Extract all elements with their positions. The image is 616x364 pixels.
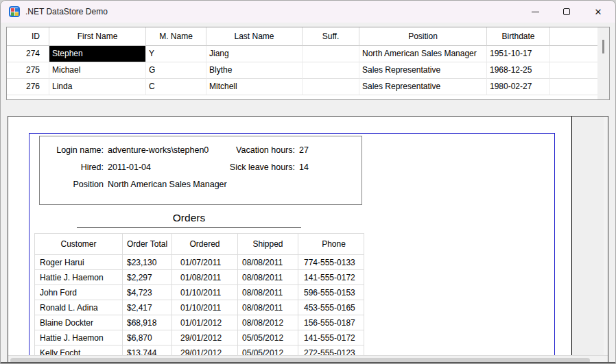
grid-row-filler bbox=[550, 62, 597, 79]
orders-cell: $6,870 bbox=[123, 330, 172, 345]
sick-leave-hours-label: Sick leave hours: bbox=[185, 162, 295, 173]
grid-column-header: ID bbox=[7, 27, 49, 46]
titlebar: .NET DataStore Demo ✕ bbox=[1, 1, 615, 23]
grid-cell-first[interactable]: Linda bbox=[49, 79, 146, 95]
app-icon bbox=[9, 6, 20, 17]
maximize-button[interactable] bbox=[551, 1, 582, 23]
orders-cell: $68,918 bbox=[123, 315, 172, 330]
orders-row: John Ford$4,72301/10/201108/08/2011596-5… bbox=[35, 285, 364, 300]
grid-cell-position[interactable]: Sales Representative bbox=[359, 79, 487, 95]
grid-column-header: Position bbox=[359, 27, 487, 46]
grid-cell-middle[interactable]: G bbox=[146, 62, 206, 79]
close-icon: ✕ bbox=[595, 8, 602, 16]
grid-cell-suffix[interactable] bbox=[303, 62, 359, 79]
orders-cell: Ronald L. Adina bbox=[35, 300, 123, 315]
orders-column-header: Shipped bbox=[238, 234, 298, 255]
grid-cell-suffix[interactable] bbox=[303, 79, 359, 95]
vacation-hours-value: 27 bbox=[299, 145, 309, 156]
orders-cell: 01/10/2011 bbox=[172, 285, 238, 300]
hired-value: 2011-01-04 bbox=[108, 162, 151, 173]
orders-cell: 08/08/2011 bbox=[238, 255, 298, 270]
grid-cell-last[interactable]: Blythe bbox=[206, 62, 303, 79]
orders-cell: 08/08/2011 bbox=[238, 270, 298, 285]
grid-cell-position[interactable]: North American Sales Manager bbox=[359, 46, 487, 62]
orders-row: Ronald L. Adina$2,41701/10/201108/08/201… bbox=[35, 300, 364, 315]
orders-cell: $23,130 bbox=[123, 255, 172, 270]
orders-header-row: CustomerOrder TotalOrderedShippedPhone bbox=[35, 234, 364, 255]
close-button[interactable]: ✕ bbox=[582, 1, 614, 23]
position-value: North American Sales Manager bbox=[108, 179, 227, 190]
orders-column-header: Ordered bbox=[172, 234, 238, 255]
hired-label: Hired: bbox=[40, 162, 104, 173]
grid-cell-id[interactable]: 274 bbox=[7, 46, 49, 62]
app-icon-square-green bbox=[11, 12, 14, 16]
grid-cell-first[interactable]: Michael bbox=[49, 62, 146, 79]
grid-header-row: IDFirst NameM. NameLast NameSuff.Positio… bbox=[7, 27, 597, 46]
report-viewer: Login name: adventure-works\stephen0 Vac… bbox=[8, 116, 608, 364]
orders-cell: $4,723 bbox=[123, 285, 172, 300]
orders-cell: 08/08/2011 bbox=[238, 285, 298, 300]
employee-grid-rows: IDFirst NameM. NameLast NameSuff.Positio… bbox=[7, 27, 597, 95]
window-controls: ✕ bbox=[519, 1, 614, 23]
grid-column-header: Birthdate bbox=[487, 27, 550, 46]
orders-cell: Roger Harui bbox=[35, 255, 123, 270]
employee-grid: IDFirst NameM. NameLast NameSuff.Positio… bbox=[6, 27, 610, 100]
orders-cell: 01/10/2011 bbox=[172, 300, 238, 315]
grid-scrollbar-thumb[interactable] bbox=[602, 40, 604, 53]
orders-cell: 141-555-0172 bbox=[298, 330, 364, 345]
app-icon-square-yellow bbox=[15, 12, 19, 16]
orders-cell: 05/05/2012 bbox=[238, 330, 298, 345]
grid-cell-position[interactable]: Sales Representative bbox=[359, 62, 487, 79]
grid-vertical-scrollbar[interactable] bbox=[597, 27, 609, 99]
orders-row: Hattie J. Haemon$2,29701/08/201108/08/20… bbox=[35, 270, 364, 285]
grid-row-filler bbox=[550, 46, 597, 62]
grid-row-274[interactable]: 274StephenYJiangNorth American Sales Man… bbox=[7, 46, 597, 62]
minimize-icon bbox=[532, 12, 539, 12]
orders-cell: John Ford bbox=[35, 285, 123, 300]
orders-cell: 596-555-0153 bbox=[298, 285, 364, 300]
orders-cell: 141-555-0172 bbox=[298, 270, 364, 285]
app-window: .NET DataStore Demo ✕ IDFirst NameM. Nam… bbox=[0, 0, 616, 364]
orders-cell: 01/01/2012 bbox=[172, 315, 238, 330]
orders-column-header: Phone bbox=[298, 234, 364, 255]
grid-row-275[interactable]: 275MichaelGBlytheSales Representative196… bbox=[7, 62, 597, 79]
grid-cell-middle[interactable]: Y bbox=[146, 46, 206, 62]
grid-cell-middle[interactable]: C bbox=[146, 79, 206, 95]
maximize-icon bbox=[563, 8, 570, 15]
grid-cell-birthdate[interactable]: 1951-10-17 bbox=[487, 46, 550, 62]
grid-header-filler bbox=[550, 27, 597, 46]
login-name-label: Login name: bbox=[40, 145, 104, 156]
orders-column-header: Customer bbox=[35, 234, 123, 255]
grid-cell-last[interactable]: Mitchell bbox=[206, 79, 303, 95]
vacation-hours-label: Vacation hours: bbox=[185, 145, 295, 156]
grid-cell-last[interactable]: Jiang bbox=[206, 46, 303, 62]
position-label: Position bbox=[40, 179, 104, 190]
sick-leave-hours-value: 14 bbox=[299, 162, 309, 173]
report-vertical-scrollbar[interactable] bbox=[604, 117, 608, 364]
grid-column-header: Suff. bbox=[303, 27, 359, 46]
grid-column-header: M. Name bbox=[146, 27, 206, 46]
orders-cell: 156-555-0187 bbox=[298, 315, 364, 330]
orders-cell: Blaine Dockter bbox=[35, 315, 123, 330]
grid-column-header: Last Name bbox=[206, 27, 303, 46]
grid-cell-id[interactable]: 275 bbox=[7, 62, 49, 79]
orders-row: Hattie J. Haemon$6,87029/01/201205/05/20… bbox=[35, 330, 364, 345]
orders-cell: Hattie J. Haemon bbox=[35, 270, 123, 285]
orders-cell: Hattie J. Haemon bbox=[35, 330, 123, 345]
employee-detail-box: Login name: adventure-works\stephen0 Vac… bbox=[39, 136, 362, 205]
orders-cell: 08/08/2012 bbox=[238, 315, 298, 330]
orders-row: Roger Harui$23,13001/07/201108/08/201177… bbox=[35, 255, 364, 270]
grid-row-276[interactable]: 276LindaCMitchellSales Representative198… bbox=[7, 79, 597, 95]
window-bottom-edge bbox=[1, 362, 615, 363]
grid-column-header: First Name bbox=[49, 27, 146, 46]
grid-cell-birthdate[interactable]: 1980-02-27 bbox=[487, 79, 550, 95]
grid-cell-first[interactable]: Stephen bbox=[49, 46, 146, 62]
orders-row: Blaine Dockter$68,91801/01/201208/08/201… bbox=[35, 315, 364, 330]
grid-cell-id[interactable]: 276 bbox=[7, 79, 49, 95]
minimize-button[interactable] bbox=[519, 1, 551, 23]
grid-cell-suffix[interactable] bbox=[303, 46, 359, 62]
orders-cell: 453-555-0165 bbox=[298, 300, 364, 315]
orders-section-title: Orders bbox=[77, 210, 301, 228]
grid-cell-birthdate[interactable]: 1968-12-25 bbox=[487, 62, 550, 79]
orders-table: CustomerOrder TotalOrderedShippedPhone R… bbox=[34, 233, 364, 361]
